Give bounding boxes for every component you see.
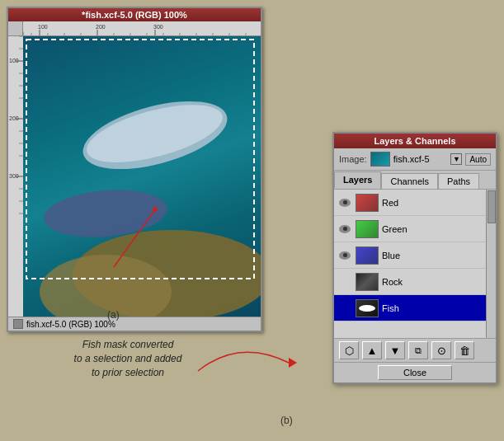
fish-image [23, 36, 261, 317]
tab-paths[interactable]: Paths [438, 173, 479, 189]
image-window-title: *fish.xcf-5.0 (RGB) 100% [8, 8, 261, 21]
eye-icon-fish[interactable] [337, 301, 352, 316]
lower-layer-button[interactable]: ▼ [385, 341, 405, 359]
eye-icon-blue[interactable] [337, 248, 352, 263]
annotation-text: Fish mask converted to a selection and a… [49, 338, 206, 379]
caption-a: (a) [107, 309, 120, 321]
statusbar-text: fish.xcf-5.0 (RGB) 100% [26, 320, 115, 329]
image-thumbnail [370, 152, 390, 167]
panel-title: Layers & Channels [334, 134, 496, 148]
panel-scrollbar[interactable] [486, 190, 496, 338]
svg-text:300: 300 [9, 173, 19, 179]
eye-shape-blue [339, 251, 351, 260]
panel-image-row: Image: fish.xcf-5 ▼ Auto [334, 148, 496, 171]
new-layer-button[interactable]: ⬡ [339, 341, 359, 359]
ruler-h-svg: 100 200 300 [23, 21, 261, 36]
layer-row-fish[interactable]: Fish [334, 295, 496, 321]
anchor-button[interactable]: ⊙ [431, 341, 451, 359]
layer-thumb-red [356, 194, 379, 212]
image-toolbar: 100 200 300 [8, 21, 261, 36]
statusbar-icon [13, 319, 23, 329]
ruler-corner [8, 21, 23, 36]
svg-text:100: 100 [38, 24, 48, 30]
svg-text:200: 200 [9, 115, 19, 121]
canvas-area: 100 200 300 [8, 36, 261, 317]
layer-name-blue: Blue [382, 251, 492, 260]
layer-name-fish: Fish [382, 303, 492, 313]
annotation-arrow-svg [190, 330, 297, 387]
vertical-ruler: 100 200 300 [8, 36, 23, 317]
annotation-line1: Fish mask converted [82, 339, 174, 350]
image-canvas [23, 36, 261, 317]
eye-icon-green[interactable] [337, 222, 352, 237]
auto-button[interactable]: Auto [465, 153, 491, 166]
layer-name-red: Red [382, 198, 492, 208]
close-button[interactable]: Close [378, 365, 452, 380]
image-label: Image: [339, 154, 367, 164]
image-window: *fish.xcf-5.0 (RGB) 100% 100 200 300 [7, 7, 262, 332]
annotation-line2: to a selection and added [74, 353, 182, 364]
layer-thumb-rock [356, 273, 379, 291]
fish-scene-svg [23, 36, 261, 317]
image-name: fish.xcf-5 [393, 154, 448, 164]
ruler-v-svg: 100 200 300 [8, 36, 23, 317]
layer-thumb-green [356, 220, 379, 238]
svg-rect-0 [23, 21, 261, 36]
layer-thumb-fish [356, 299, 379, 317]
svg-point-47 [153, 207, 158, 212]
raise-layer-button[interactable]: ▲ [362, 341, 382, 359]
layer-thumb-blue [356, 246, 379, 265]
layer-list: Red Green Blue R [334, 190, 496, 338]
svg-marker-48 [289, 358, 297, 368]
eye-icon-red[interactable] [337, 195, 352, 210]
image-statusbar: fish.xcf-5.0 (RGB) 100% [8, 317, 261, 331]
layer-list-container: Red Green Blue R [334, 190, 496, 338]
svg-text:200: 200 [96, 24, 106, 30]
delete-layer-button[interactable]: 🗑 [455, 341, 474, 359]
tab-channels[interactable]: Channels [381, 173, 437, 189]
eye-icon-rock[interactable] [337, 274, 352, 289]
layer-name-rock: Rock [382, 277, 492, 287]
annotation-line3: to prior selection [92, 367, 164, 378]
caption-b: (b) [280, 415, 293, 426]
tabs-row: Layers Channels Paths [334, 171, 496, 190]
svg-text:300: 300 [153, 24, 163, 30]
layer-row-blue[interactable]: Blue [334, 242, 496, 269]
layer-row-green[interactable]: Green [334, 216, 496, 242]
panel-toolbar: ⬡ ▲ ▼ ⧉ ⊙ 🗑 [334, 338, 496, 362]
layer-name-green: Green [382, 224, 492, 234]
eye-shape-red [339, 199, 351, 207]
scroll-thumb[interactable] [488, 190, 496, 223]
svg-text:100: 100 [9, 58, 19, 63]
layers-channels-panel: Layers & Channels Image: fish.xcf-5 ▼ Au… [332, 132, 497, 384]
eye-shape-green [339, 225, 351, 233]
horizontal-ruler: 100 200 300 [23, 21, 261, 36]
layer-row-red[interactable]: Red [334, 190, 496, 216]
tab-layers[interactable]: Layers [334, 171, 381, 189]
image-dropdown[interactable]: ▼ [450, 153, 462, 165]
layer-row-rock[interactable]: Rock [334, 269, 496, 295]
panel-close-row: Close [334, 362, 496, 382]
duplicate-layer-button[interactable]: ⧉ [408, 341, 428, 359]
